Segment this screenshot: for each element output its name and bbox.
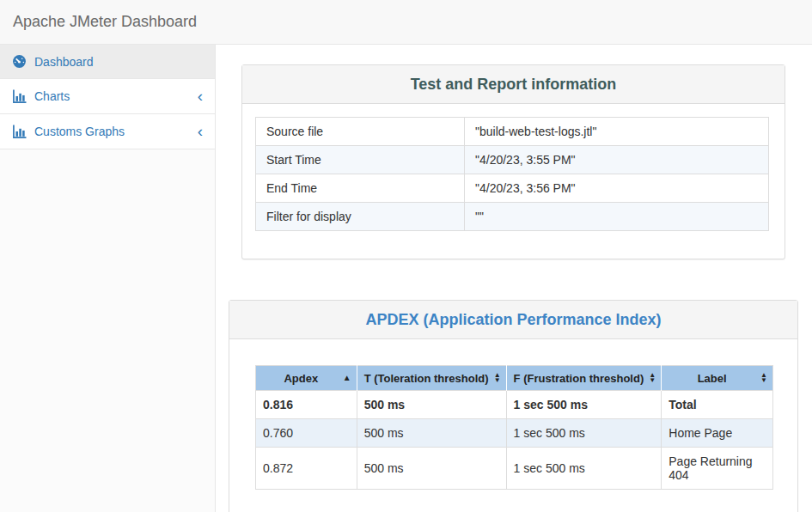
sidebar-item-customs-graphs[interactable]: Customs Graphs ‹: [0, 114, 215, 149]
sort-icon: ▲▼: [494, 373, 501, 383]
cell-frustration: 1 sec 500 ms: [506, 391, 662, 419]
cell-toleration: 500 ms: [357, 448, 506, 490]
info-label: End Time: [256, 174, 465, 203]
app-title: Apache JMeter Dashboard: [13, 13, 197, 31]
panel-heading: APDEX (Application Performance Index): [229, 301, 797, 339]
cell-label: Total: [662, 391, 773, 419]
cell-toleration: 500 ms: [357, 391, 506, 419]
sort-icon: ▲▼: [760, 373, 767, 383]
panel-body: Source file "build-web-test-logs.jtl" St…: [242, 104, 785, 259]
table-header-row: Apdex ▲ T (Toleration threshold) ▲▼: [256, 366, 773, 391]
info-label: Source file: [256, 118, 465, 146]
panel-title: Test and Report information: [411, 76, 617, 93]
panel-heading: Test and Report information: [242, 65, 785, 104]
sidebar-item-charts[interactable]: Charts ‹: [0, 79, 215, 114]
info-value: "build-web-test-logs.jtl": [465, 118, 769, 146]
cell-apdex: 0.760: [256, 419, 357, 448]
column-header-apdex[interactable]: Apdex ▲: [256, 366, 357, 391]
info-value: "": [465, 203, 769, 231]
sidebar-item-label: Charts: [34, 89, 70, 103]
sidebar: Dashboard Charts ‹: [0, 45, 216, 512]
panel-body: Apdex ▲ T (Toleration threshold) ▲▼: [229, 339, 797, 512]
info-value: "4/20/23, 3:55 PM": [465, 146, 769, 174]
sort-icon: ▲▼: [649, 373, 656, 383]
info-value: "4/20/23, 3:56 PM": [465, 174, 769, 203]
test-report-info-table: Source file "build-web-test-logs.jtl" St…: [255, 117, 769, 231]
cell-frustration: 1 sec 500 ms: [506, 448, 662, 490]
table-row: Start Time "4/20/23, 3:55 PM": [256, 146, 769, 174]
cell-apdex: 0.816: [256, 391, 357, 419]
top-navbar: Apache JMeter Dashboard: [0, 0, 812, 45]
panel-title: APDEX (Application Performance Index): [365, 311, 661, 328]
column-header-label[interactable]: Label ▲▼: [662, 366, 773, 391]
cell-apdex: 0.872: [256, 448, 357, 490]
table-row-total: 0.816 500 ms 1 sec 500 ms Total: [256, 391, 773, 419]
apdex-panel: APDEX (Application Performance Index) Ap…: [229, 300, 798, 512]
sidebar-item-dashboard[interactable]: Dashboard: [0, 45, 215, 79]
column-header-toleration[interactable]: T (Toleration threshold) ▲▼: [357, 366, 506, 391]
main-content: Test and Report information Source file …: [216, 45, 812, 512]
sidebar-item-label: Customs Graphs: [34, 125, 125, 138]
info-label: Start Time: [256, 146, 465, 174]
tachometer-icon: [12, 54, 27, 69]
cell-label: Home Page: [662, 419, 773, 448]
cell-label: Page Returning 404: [662, 448, 773, 490]
bar-chart-icon: [12, 125, 27, 139]
cell-toleration: 500 ms: [357, 419, 506, 448]
sidebar-item-label: Dashboard: [34, 55, 94, 69]
bar-chart-icon: [12, 89, 27, 104]
table-row: 0.872 500 ms 1 sec 500 ms Page Returning…: [256, 448, 773, 490]
table-row: Source file "build-web-test-logs.jtl": [256, 118, 769, 146]
table-row: End Time "4/20/23, 3:56 PM": [256, 174, 769, 203]
apdex-table: Apdex ▲ T (Toleration threshold) ▲▼: [255, 365, 773, 490]
test-report-info-panel: Test and Report information Source file …: [241, 64, 785, 259]
angle-left-icon: ‹: [198, 90, 203, 102]
cell-frustration: 1 sec 500 ms: [506, 419, 662, 448]
table-row: Filter for display "": [256, 203, 769, 231]
info-label: Filter for display: [256, 203, 465, 231]
sort-asc-icon: ▲: [343, 374, 351, 382]
column-header-frustration[interactable]: F (Frustration threshold) ▲▼: [506, 366, 662, 391]
table-row: 0.760 500 ms 1 sec 500 ms Home Page: [256, 419, 773, 448]
angle-left-icon: ‹: [198, 125, 203, 137]
